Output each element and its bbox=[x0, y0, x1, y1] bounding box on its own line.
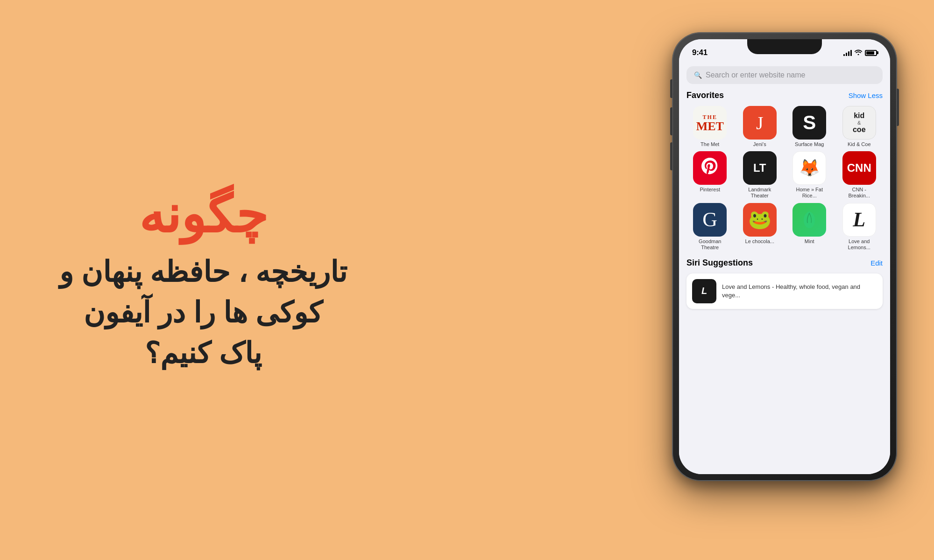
status-icons bbox=[843, 49, 877, 56]
app-icon-goodman: G bbox=[693, 203, 727, 237]
app-label-jenis: Jeni's bbox=[753, 141, 766, 147]
app-item-loveandlemons[interactable]: L Love and Lemons... bbox=[836, 203, 883, 251]
app-item-homefatrice[interactable]: 🦊 Home » Fat Rice... bbox=[786, 151, 833, 199]
favorites-title: Favorites bbox=[686, 91, 724, 100]
app-icon-loveandlemons: L bbox=[842, 203, 876, 237]
app-item-surfacemag[interactable]: S Surface Mag bbox=[786, 106, 833, 147]
siri-section: Siri Suggestions Edit L Love and Lemons … bbox=[679, 258, 890, 309]
app-label-homefatrice: Home » Fat Rice... bbox=[792, 187, 826, 199]
app-label-landmark: Landmark Theater bbox=[743, 187, 777, 199]
app-item-lechocolat[interactable]: 🐸 Le chocola... bbox=[736, 203, 784, 251]
status-time: 9:41 bbox=[692, 48, 708, 57]
search-bar-container: 🔍 Search or enter website name bbox=[679, 63, 890, 89]
app-icon-cnn: CNN bbox=[842, 151, 876, 185]
app-icon-kidcoe: kid & coe bbox=[842, 106, 876, 140]
phone-outer: 9:41 bbox=[672, 33, 897, 481]
siri-edit-button[interactable]: Edit bbox=[870, 259, 883, 267]
app-icon-jenis: J bbox=[743, 106, 777, 140]
left-content: چگونه تاریخچه ، حافظه پنهان و کوکی ها را… bbox=[28, 186, 378, 373]
subtitle-line2: پاک کنیم؟ bbox=[145, 337, 262, 369]
app-item-kidcoe[interactable]: kid & coe Kid & Coe bbox=[836, 106, 883, 147]
volume-down-button bbox=[670, 142, 672, 170]
signal-icon bbox=[843, 50, 852, 56]
subtitle: تاریخچه ، حافظه پنهان و کوکی ها را در آی… bbox=[28, 252, 378, 373]
app-icon-surfacemag: S bbox=[792, 106, 826, 140]
siri-card[interactable]: L Love and Lemons - Healthy, whole food,… bbox=[686, 273, 883, 309]
app-label-mint: Mint bbox=[805, 238, 814, 245]
search-icon: 🔍 bbox=[694, 71, 702, 79]
app-item-landmark[interactable]: LT Landmark Theater bbox=[736, 151, 784, 199]
phone-screen: 9:41 bbox=[679, 39, 890, 474]
app-item-themet[interactable]: THE MET The Met bbox=[686, 106, 734, 147]
app-label-themet: The Met bbox=[700, 141, 719, 147]
favorites-section: Favorites Show Less THE MET bbox=[679, 91, 890, 251]
app-label-surfacemag: Surface Mag bbox=[795, 141, 824, 147]
show-less-button[interactable]: Show Less bbox=[849, 91, 883, 99]
phone-mockup: 9:41 bbox=[672, 14, 906, 546]
siri-title: Siri Suggestions bbox=[686, 258, 753, 268]
volume-up-button bbox=[670, 107, 672, 135]
app-icon-pinterest bbox=[693, 151, 727, 185]
favorites-grid: THE MET The Met J Jeni's bbox=[686, 106, 883, 251]
app-icon-themet: THE MET bbox=[693, 106, 727, 140]
subtitle-line1: تاریخچه ، حافظه پنهان و کوکی ها را در آی… bbox=[59, 256, 347, 329]
browser-content: 🔍 Search or enter website name Favorites… bbox=[679, 63, 890, 474]
siri-header: Siri Suggestions Edit bbox=[686, 258, 883, 268]
notch bbox=[747, 39, 822, 54]
battery-icon bbox=[865, 50, 877, 56]
app-label-lechocolat: Le chocola... bbox=[745, 238, 774, 245]
app-item-goodman[interactable]: G Goodman Theatre bbox=[686, 203, 734, 251]
power-button bbox=[897, 89, 899, 126]
app-label-loveandlemons: Love and Lemons... bbox=[842, 238, 876, 251]
app-item-mint[interactable]: Mint bbox=[786, 203, 833, 251]
search-input[interactable]: Search or enter website name bbox=[706, 71, 805, 79]
mute-button bbox=[670, 79, 672, 98]
app-icon-homefatrice: 🦊 bbox=[792, 151, 826, 185]
app-label-kidcoe: Kid & Coe bbox=[848, 141, 871, 147]
app-icon-lechocolat: 🐸 bbox=[743, 203, 777, 237]
app-item-cnn[interactable]: CNN CNN - Breakin... bbox=[836, 151, 883, 199]
search-bar[interactable]: 🔍 Search or enter website name bbox=[686, 66, 883, 84]
app-label-goodman: Goodman Theatre bbox=[693, 238, 727, 251]
app-label-pinterest: Pinterest bbox=[700, 187, 720, 193]
wifi-icon bbox=[855, 49, 862, 56]
app-icon-mint bbox=[792, 203, 826, 237]
siri-card-icon: L bbox=[692, 279, 716, 303]
app-icon-landmark: LT bbox=[743, 151, 777, 185]
favorites-header: Favorites Show Less bbox=[686, 91, 883, 100]
app-item-pinterest[interactable]: Pinterest bbox=[686, 151, 734, 199]
siri-card-text: Love and Lemons - Healthy, whole food, v… bbox=[722, 283, 877, 300]
app-item-jenis[interactable]: J Jeni's bbox=[736, 106, 784, 147]
main-title: چگونه bbox=[28, 186, 378, 243]
app-label-cnn: CNN - Breakin... bbox=[842, 187, 876, 199]
